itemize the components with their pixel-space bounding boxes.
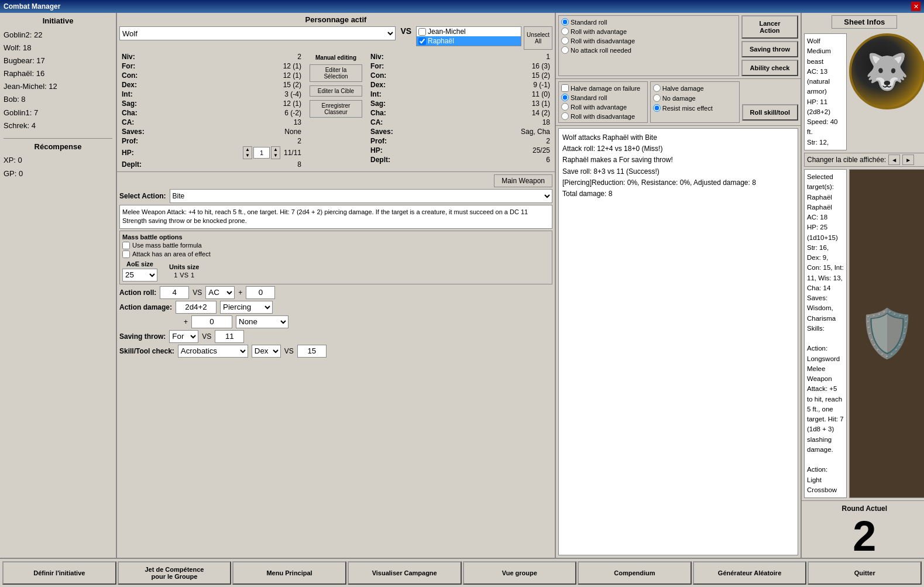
- unselect-all-button[interactable]: Unselect All: [524, 26, 552, 50]
- initiative-title: Initiative: [4, 16, 112, 25]
- prof-label: Prof:: [122, 137, 138, 145]
- initiative-button[interactable]: Définir l'initiative: [2, 561, 116, 585]
- tniv-value: 1: [546, 53, 550, 61]
- tcon-value: 15 (2): [532, 71, 550, 80]
- initiative-list: Goblin2: 22 Wolf: 18 Bugbear: 17 Raphaël…: [4, 29, 112, 132]
- hp-up2-button[interactable]: ▲: [272, 147, 280, 153]
- damage-type2-select[interactable]: None: [236, 315, 288, 328]
- halve-damage-checkbox[interactable]: [561, 84, 569, 92]
- tprof-value: 2: [546, 137, 550, 145]
- roll-skill-tool-button[interactable]: Roll skill/tool: [742, 104, 798, 121]
- tdex-label: Dex:: [370, 81, 386, 89]
- hp-stepper-input[interactable]: [253, 147, 270, 159]
- round-number: 2: [853, 515, 876, 557]
- thp-label: HP:: [370, 146, 383, 155]
- list-item: Schrek: 4: [4, 119, 112, 132]
- list-item: Goblin1: 7: [4, 107, 112, 119]
- jet-competence-button[interactable]: Jet de Compétence pour le Groupe: [118, 561, 232, 585]
- standard-roll-option[interactable]: Standard roll: [561, 18, 736, 26]
- generateur-aleatoire-button[interactable]: Générateur Aléatoire: [693, 561, 807, 585]
- action-roll-input[interactable]: [160, 286, 189, 299]
- tint-label: Int:: [370, 90, 382, 98]
- no-attack-roll-option[interactable]: No attack roll needed: [561, 46, 736, 54]
- prof-value: 2: [297, 137, 301, 145]
- disadvantage-roll-option[interactable]: Roll with disadvantage: [561, 37, 736, 44]
- roll-bonus-input[interactable]: [246, 286, 275, 299]
- mass-battle-title: Mass battle options: [122, 234, 549, 241]
- dex-value: 15 (2): [283, 81, 301, 89]
- wolf-portrait: 🐺: [849, 33, 924, 109]
- halve-damage-checkbox-container: Halve damage on failure: [561, 84, 645, 92]
- disadvantage-roll2-option[interactable]: Roll with disadvantage: [561, 112, 645, 120]
- sheet-infos-button[interactable]: Sheet Infos: [832, 15, 897, 29]
- skill-num-input[interactable]: [297, 345, 327, 358]
- close-button[interactable]: ✕: [911, 2, 920, 11]
- target-item-raphael[interactable]: Raphaël: [417, 36, 521, 46]
- halve-damage-option[interactable]: Halve damage: [653, 84, 737, 92]
- damage-dice-input[interactable]: [176, 301, 217, 314]
- tdex-value: 9 (-1): [533, 81, 550, 89]
- advantage-roll-option[interactable]: Roll with advantage: [561, 28, 736, 35]
- advantage-roll2-option[interactable]: Roll with advantage: [561, 103, 645, 111]
- aoe-size-label: AoE size: [126, 260, 153, 267]
- tint-value: 11 (0): [532, 90, 550, 98]
- personnage-actif-title: Personnage actif: [119, 15, 552, 24]
- resist-misc-option[interactable]: Resist misc effect: [653, 104, 737, 112]
- units-vs: VS: [180, 272, 188, 279]
- edit-target-button[interactable]: Editer la Cible: [310, 85, 362, 97]
- skill-attr-select[interactable]: Dex: [252, 345, 281, 358]
- vs-label: VS: [398, 26, 414, 36]
- quitter-button[interactable]: Quitter: [808, 561, 922, 585]
- tcha-value: 14 (2): [532, 109, 550, 117]
- tcon-label: Con:: [370, 71, 386, 80]
- hp-down2-button[interactable]: ▼: [272, 153, 280, 159]
- character-select[interactable]: Wolf: [119, 26, 396, 40]
- hp-down-button[interactable]: ▼: [243, 153, 252, 159]
- list-item: Jean-Michel: 12: [4, 80, 112, 93]
- action-select[interactable]: Bite: [170, 189, 552, 203]
- gp-value: GP: 0: [4, 167, 112, 180]
- deplt-label: Deplt:: [122, 160, 142, 169]
- edit-selection-button[interactable]: Editer la Sélection: [310, 64, 362, 82]
- menu-principal-button[interactable]: Menu Principal: [232, 561, 346, 585]
- standard-roll2-option[interactable]: Standard roll: [561, 94, 645, 101]
- main-weapon-button[interactable]: Main Weapon: [494, 174, 552, 187]
- target-checkbox-jean[interactable]: [418, 28, 426, 36]
- save-classeur-button[interactable]: Enregistrer Classeur: [310, 100, 362, 118]
- next-target-button[interactable]: ►: [902, 155, 914, 165]
- prev-target-button[interactable]: ◄: [888, 155, 900, 165]
- target-item-jean[interactable]: Jean-Michel: [417, 27, 521, 36]
- tca-value: 18: [542, 118, 550, 126]
- for-value: 12 (1): [283, 62, 301, 70]
- hp-up-button[interactable]: ▲: [243, 147, 252, 153]
- lancer-action-button[interactable]: Lancer Action: [741, 15, 798, 39]
- hp-value: 11/11: [284, 149, 301, 157]
- no-damage-option[interactable]: No damage: [653, 94, 737, 102]
- saving-throw-button[interactable]: Saving throw: [741, 41, 798, 57]
- list-item: Bob: 8: [4, 93, 112, 106]
- saving-attr-select[interactable]: For: [169, 330, 198, 343]
- saving-throw-label: Saving throw:: [119, 332, 166, 341]
- roll-vs-label: VS: [193, 289, 202, 297]
- for-label: For:: [122, 62, 135, 70]
- aoe-size-select[interactable]: 25: [122, 269, 157, 282]
- tfor-value: 16 (3): [532, 62, 550, 70]
- aoe-checkbox[interactable]: [122, 250, 130, 258]
- tsag-value: 13 (1): [532, 99, 550, 108]
- manual-edit-label: Manual editing: [315, 54, 356, 61]
- damage-type-select[interactable]: Piercing: [220, 301, 273, 314]
- target-checkbox-raphael[interactable]: [418, 37, 426, 45]
- ac-select[interactable]: AC: [205, 286, 235, 299]
- halve-damage-label: Halve damage on failure: [571, 85, 640, 92]
- thp-value: 25/25: [533, 146, 550, 155]
- vue-groupe-button[interactable]: Vue groupe: [463, 561, 577, 585]
- use-formula-checkbox[interactable]: [122, 242, 130, 249]
- saving-value-input[interactable]: [215, 330, 244, 343]
- ability-check-button[interactable]: Ability check: [741, 60, 798, 76]
- skill-select[interactable]: Acrobatics: [178, 345, 248, 358]
- deplt-value: 8: [297, 160, 301, 169]
- tprof-label: Prof:: [370, 137, 387, 145]
- damage-bonus-input[interactable]: [191, 315, 232, 328]
- visualiser-campagne-button[interactable]: Visualiser Campagne: [348, 561, 462, 585]
- compendium-button[interactable]: Compendium: [578, 561, 692, 585]
